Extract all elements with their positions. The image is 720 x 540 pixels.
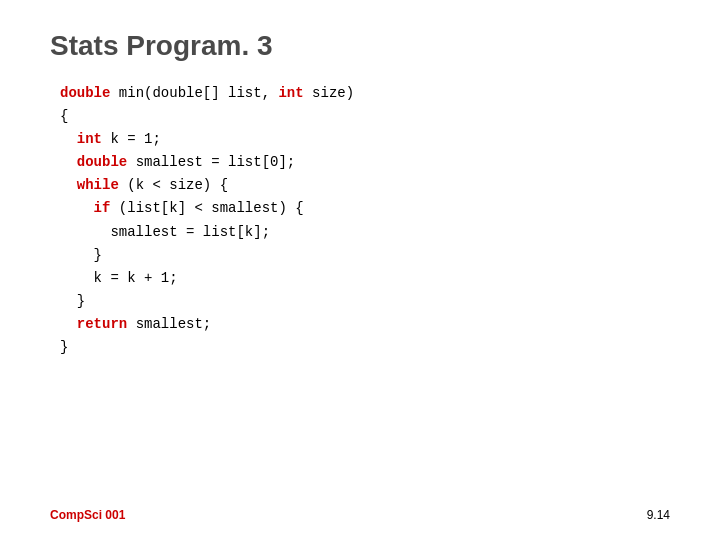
code-indent-2	[60, 154, 77, 170]
code-text-13: }	[60, 339, 68, 355]
code-text-2: size)	[304, 85, 354, 101]
code-line-10: }	[60, 290, 670, 313]
code-indent-4	[60, 200, 94, 216]
keyword-double-1: double	[60, 85, 110, 101]
code-text-10: k = k + 1;	[60, 270, 178, 286]
code-text-11: }	[60, 293, 85, 309]
keyword-int-2: int	[77, 131, 102, 147]
code-text-5: smallest = list[0];	[127, 154, 295, 170]
code-line-3: int k = 1;	[60, 128, 670, 151]
footer: CompSci 001 9.14	[50, 508, 670, 522]
slide-title: Stats Program. 3	[50, 30, 670, 62]
keyword-int-1: int	[278, 85, 303, 101]
code-text-8: smallest = list[k];	[60, 224, 270, 240]
code-line-1: double min(double[] list, int size)	[60, 82, 670, 105]
code-text-6: (k < size) {	[119, 177, 228, 193]
footer-page: 9.14	[647, 508, 670, 522]
footer-course: CompSci 001	[50, 508, 125, 522]
code-line-4: double smallest = list[0];	[60, 151, 670, 174]
keyword-if: if	[94, 200, 111, 216]
code-line-6: if (list[k] < smallest) {	[60, 197, 670, 220]
code-text-3: {	[60, 108, 68, 124]
code-indent-3	[60, 177, 77, 193]
code-text-1: min(double[] list,	[110, 85, 278, 101]
code-indent-5	[60, 316, 77, 332]
code-text-7: (list[k] < smallest) {	[110, 200, 303, 216]
code-line-11: return smallest;	[60, 313, 670, 336]
code-text-12: smallest;	[127, 316, 211, 332]
code-line-2: {	[60, 105, 670, 128]
keyword-while: while	[77, 177, 119, 193]
code-line-5: while (k < size) {	[60, 174, 670, 197]
keyword-double-2: double	[77, 154, 127, 170]
code-block: double min(double[] list, int size) { in…	[60, 82, 670, 359]
slide: Stats Program. 3 double min(double[] lis…	[0, 0, 720, 540]
code-text-9: }	[60, 247, 102, 263]
code-line-12: }	[60, 336, 670, 359]
code-line-8: }	[60, 244, 670, 267]
code-text-4: k = 1;	[102, 131, 161, 147]
code-line-7: smallest = list[k];	[60, 221, 670, 244]
keyword-return: return	[77, 316, 127, 332]
code-line-9: k = k + 1;	[60, 267, 670, 290]
code-indent-1	[60, 131, 77, 147]
